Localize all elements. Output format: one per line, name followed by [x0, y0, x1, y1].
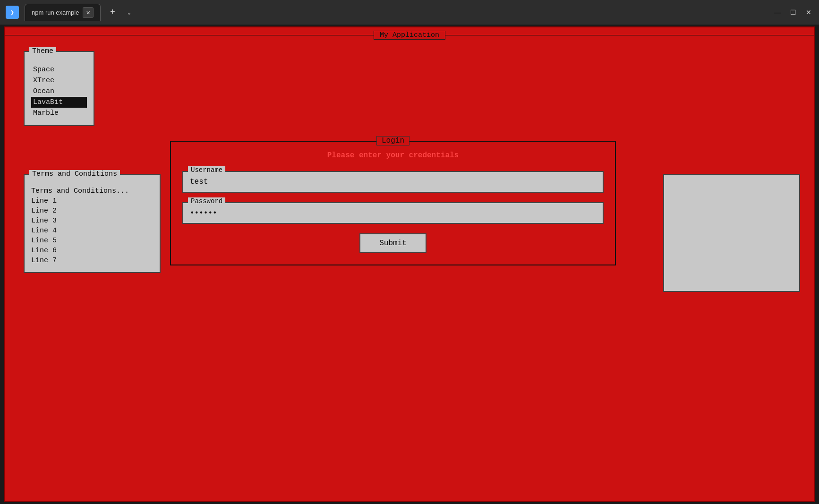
- login-panel: Login Please enter your credentials User…: [170, 141, 616, 265]
- password-label: Password: [188, 197, 225, 205]
- new-tab-button[interactable]: +: [106, 8, 119, 17]
- login-subtitle: Please enter your credentials: [182, 151, 604, 160]
- minimize-button[interactable]: —: [774, 9, 781, 16]
- theme-ocean[interactable]: Ocean: [31, 86, 87, 97]
- terms-line-6: Line 6: [31, 246, 153, 256]
- theme-panel-legend: Theme: [29, 47, 56, 55]
- right-scroll-panel[interactable]: [663, 174, 800, 292]
- terms-panel: Terms and Conditions Terms and Condition…: [24, 174, 161, 273]
- app-area: My Application Theme Space XTree Ocean L…: [4, 26, 815, 502]
- theme-lavabit[interactable]: LavaBit: [31, 97, 87, 108]
- app-icon: ❯: [6, 6, 19, 19]
- tab[interactable]: npm run example ✕: [25, 4, 101, 21]
- login-legend: Login: [376, 136, 410, 145]
- username-label: Username: [188, 166, 225, 174]
- terms-line-1: Line 1: [31, 196, 153, 206]
- terms-line-3: Line 3: [31, 216, 153, 226]
- password-field-group: Password: [182, 202, 604, 224]
- title-bar: ❯ npm run example ✕ + ⌄ — ☐ ✕: [0, 0, 819, 25]
- app-title: My Application: [374, 31, 445, 40]
- theme-panel: Theme Space XTree Ocean LavaBit Marble: [24, 51, 94, 126]
- terms-line-4: Line 4: [31, 226, 153, 236]
- theme-xtree[interactable]: XTree: [31, 75, 87, 86]
- tab-dropdown-button[interactable]: ⌄: [125, 9, 134, 16]
- terms-panel-legend: Terms and Conditions: [29, 170, 120, 178]
- password-input[interactable]: [182, 202, 604, 224]
- terms-line-7: Line 7: [31, 256, 153, 265]
- terms-header: Terms and Conditions...: [31, 186, 153, 196]
- tab-label: npm run example: [32, 9, 79, 16]
- submit-button[interactable]: Submit: [359, 233, 427, 253]
- theme-marble[interactable]: Marble: [31, 108, 87, 119]
- app-title-bar: My Application: [5, 27, 814, 43]
- terms-line-2: Line 2: [31, 206, 153, 216]
- right-panel-content: [664, 175, 799, 292]
- maximize-button[interactable]: ☐: [790, 9, 796, 16]
- theme-space[interactable]: Space: [31, 64, 87, 75]
- close-window-button[interactable]: ✕: [806, 9, 811, 16]
- username-input[interactable]: [182, 171, 604, 193]
- terms-line-5: Line 5: [31, 236, 153, 246]
- username-field-group: Username: [182, 171, 604, 193]
- tab-close-button[interactable]: ✕: [83, 7, 93, 18]
- window-controls: — ☐ ✕: [774, 9, 811, 16]
